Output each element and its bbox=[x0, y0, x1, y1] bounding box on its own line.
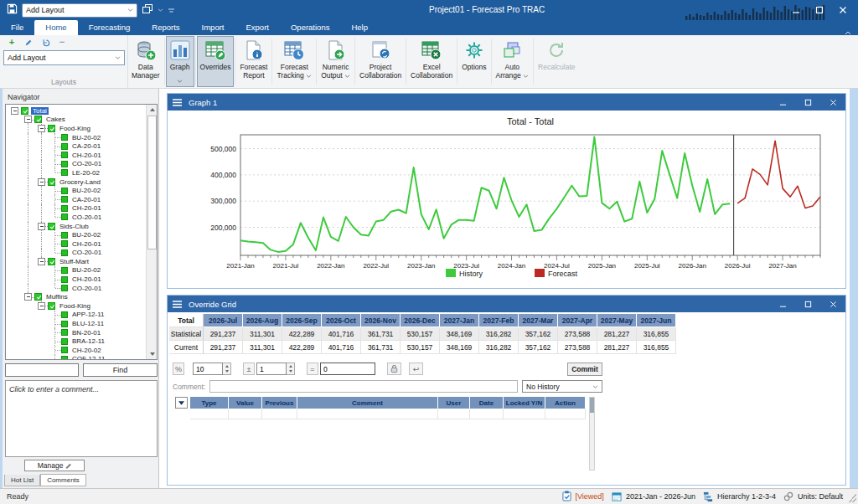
tree-leaf-icon[interactable] bbox=[61, 285, 68, 291]
overrides-button[interactable]: Overrides bbox=[197, 36, 235, 87]
tree-leaf-icon[interactable] bbox=[61, 267, 68, 274]
history-filter-dropdown[interactable]: No History bbox=[522, 380, 602, 393]
tree-leaf-icon[interactable] bbox=[61, 311, 68, 318]
tree-item-label[interactable]: CH-20-01 bbox=[70, 152, 103, 159]
tree-item[interactable]: CH-20-01 bbox=[8, 239, 145, 249]
tab-comments[interactable]: Comments bbox=[40, 474, 86, 486]
tree-item[interactable]: CH-20-01 bbox=[8, 151, 145, 160]
tree-leaf-icon[interactable] bbox=[61, 161, 68, 167]
manage-button[interactable]: Manage bbox=[24, 460, 85, 471]
tree-item[interactable]: BU-20-02 bbox=[8, 186, 145, 195]
set-value-input[interactable] bbox=[320, 363, 375, 375]
scroll-down-icon[interactable] bbox=[147, 349, 158, 359]
menu-item-file[interactable]: File bbox=[0, 20, 34, 35]
window-menu-icon[interactable] bbox=[173, 301, 182, 308]
undo-layout-button[interactable] bbox=[39, 37, 52, 48]
tree-item[interactable]: CH-20-01 bbox=[8, 275, 145, 284]
tree-item[interactable]: CH-20-02 bbox=[8, 346, 145, 355]
customize-toolbar-icon[interactable] bbox=[168, 3, 175, 18]
tree-item[interactable]: COF-12-11 bbox=[8, 355, 145, 359]
grid-cell[interactable]: 316,282 bbox=[479, 341, 519, 354]
tree-item-label[interactable]: CO-20-01 bbox=[70, 249, 103, 256]
tree-item-label[interactable]: Total bbox=[31, 107, 49, 115]
edit-layout-button[interactable] bbox=[22, 37, 35, 48]
layout-combo[interactable]: Add Layout bbox=[3, 50, 125, 65]
history-column-header[interactable]: Comment bbox=[297, 397, 438, 409]
grid-cell[interactable]: 316,855 bbox=[637, 341, 676, 354]
tree-item-label[interactable]: CH-20-02 bbox=[70, 347, 103, 354]
tree-scrollbar[interactable] bbox=[146, 105, 157, 359]
menu-item-reports[interactable]: Reports bbox=[141, 20, 190, 35]
tree-item[interactable]: Total bbox=[8, 106, 145, 116]
tree-item[interactable]: LE-20-02 bbox=[8, 168, 145, 177]
tree-item-label[interactable]: CO-20-01 bbox=[70, 213, 103, 221]
grid-cell[interactable]: 361,731 bbox=[361, 341, 401, 354]
menu-item-import[interactable]: Import bbox=[191, 20, 235, 35]
tree-item[interactable]: APP-12-11 bbox=[8, 311, 145, 320]
percent-adjust-button[interactable]: % bbox=[173, 363, 184, 375]
tree-item[interactable]: CO-20-01 bbox=[8, 160, 145, 169]
tree-expander-icon[interactable] bbox=[11, 107, 18, 115]
tree-node-checked-icon[interactable] bbox=[48, 223, 55, 230]
tree-expander-icon[interactable] bbox=[38, 178, 45, 186]
filter-button[interactable] bbox=[175, 397, 188, 409]
tab-hot-list[interactable]: Hot List bbox=[4, 475, 40, 486]
menu-item-home[interactable]: Home bbox=[34, 20, 77, 35]
grid-cell[interactable]: 422,289 bbox=[282, 341, 322, 354]
history-scrollbar-thumb[interactable] bbox=[590, 398, 594, 413]
project-collaboration-button[interactable]: Project Collaboration bbox=[356, 36, 405, 87]
tree-item-label[interactable]: CO-20-01 bbox=[70, 160, 103, 167]
tree-leaf-icon[interactable] bbox=[61, 205, 68, 212]
tree-leaf-icon[interactable] bbox=[61, 232, 68, 239]
grid-cell[interactable]: 357,162 bbox=[519, 341, 558, 354]
tree-node-checked-icon[interactable] bbox=[48, 258, 55, 265]
menu-item-help[interactable]: Help bbox=[340, 20, 379, 35]
scroll-up-icon[interactable] bbox=[147, 105, 158, 115]
increment-value-input[interactable] bbox=[256, 363, 287, 375]
tree-leaf-icon[interactable] bbox=[61, 276, 68, 283]
tree-item[interactable]: BN-20-01 bbox=[8, 328, 145, 337]
maximize-icon[interactable] bbox=[804, 296, 812, 311]
forecast-report-button[interactable]: Forecast Report bbox=[236, 36, 271, 87]
history-column-header[interactable]: Date bbox=[470, 397, 504, 409]
forecast-tracking-button[interactable]: ForecastTracking bbox=[273, 36, 315, 87]
history-column-header[interactable]: Type bbox=[190, 397, 229, 409]
remove-layout-button[interactable]: − bbox=[55, 37, 69, 48]
tree-item-label[interactable]: COF-12-11 bbox=[70, 355, 106, 359]
minimize-button[interactable] bbox=[784, 0, 808, 20]
tree-item[interactable]: CA-20-01 bbox=[8, 141, 145, 151]
history-column-header[interactable]: Value bbox=[229, 397, 262, 409]
tree-leaf-icon[interactable] bbox=[61, 347, 68, 353]
history-scrollbar[interactable] bbox=[589, 397, 595, 471]
grid-cell[interactable]: 401,716 bbox=[322, 341, 361, 354]
grid-cell[interactable]: 281,227 bbox=[597, 341, 637, 354]
tree-item-label[interactable]: CH-20-01 bbox=[70, 240, 103, 248]
percent-value-input[interactable] bbox=[193, 363, 223, 375]
save-icon[interactable] bbox=[7, 3, 18, 18]
tree-item-label[interactable]: BLU-12-11 bbox=[70, 320, 106, 327]
tree-item[interactable]: BLU-12-11 bbox=[8, 319, 145, 328]
history-column-header[interactable]: Action bbox=[545, 397, 586, 409]
collapse-ribbon-icon[interactable] bbox=[845, 23, 851, 39]
maximize-icon[interactable] bbox=[804, 95, 812, 110]
tree-item-label[interactable]: Food-King bbox=[58, 302, 92, 310]
grid-cell[interactable]: 291,237 bbox=[204, 341, 243, 354]
menu-item-operations[interactable]: Operations bbox=[280, 20, 340, 35]
revert-icon[interactable]: ↩ bbox=[409, 363, 423, 375]
excel-collaboration-button[interactable]: Excel Collaboration bbox=[407, 36, 456, 87]
tree-expander-icon[interactable] bbox=[24, 116, 32, 123]
numeric-output-button[interactable]: NumericOutput bbox=[318, 36, 354, 87]
menu-item-export[interactable]: Export bbox=[235, 20, 280, 35]
minimize-icon[interactable] bbox=[779, 95, 787, 110]
add-layout-button[interactable]: + bbox=[5, 37, 18, 48]
tree-leaf-icon[interactable] bbox=[61, 356, 68, 359]
increment-adjust-button[interactable]: ± bbox=[243, 363, 255, 375]
increment-stepper[interactable] bbox=[287, 363, 295, 375]
tree-item[interactable]: Grocery-Land bbox=[8, 177, 145, 187]
history-column-header[interactable]: Locked Y/N bbox=[504, 397, 545, 409]
tree-node-checked-icon[interactable] bbox=[34, 293, 42, 301]
titlebar[interactable]: Add Layout Project01 - Forecast Pro TRAC bbox=[0, 0, 858, 20]
lock-icon[interactable] bbox=[387, 363, 401, 375]
tree-leaf-icon[interactable] bbox=[61, 338, 68, 345]
history-column-header[interactable]: Previous bbox=[262, 397, 297, 409]
